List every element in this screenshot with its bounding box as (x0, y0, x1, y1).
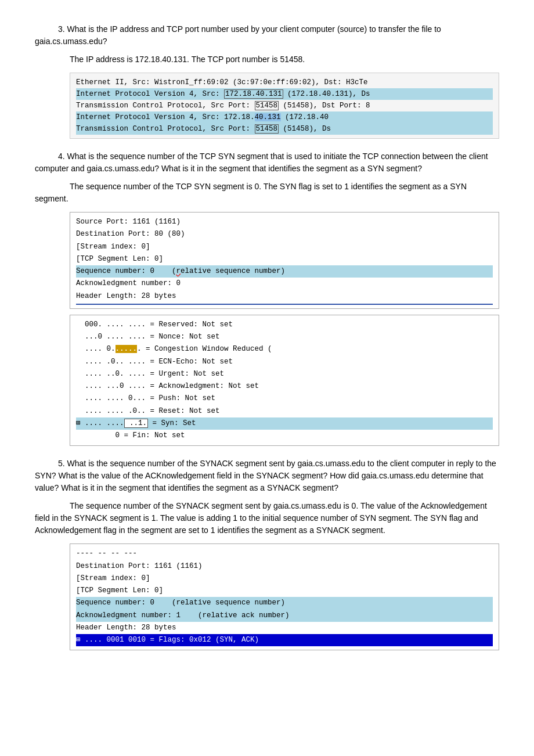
section-q5: 5. What is the sequence number of the SY… (35, 458, 499, 650)
code-block-3: Ethernet II, Src: WistronI_ff:69:02 (3c:… (70, 73, 499, 139)
tcp-flags-block: 000. .... .... = Reserved: Not set ...0 … (70, 315, 499, 447)
answer-3: The IP address is 172.18.40.131. The TCP… (35, 53, 499, 66)
question-3: 3. What is the IP address and TCP port n… (35, 23, 499, 48)
question-5: 5. What is the sequence number of the SY… (35, 458, 499, 494)
question-4: 4. What is the sequence number of the TC… (35, 150, 499, 175)
answer-4: The sequence number of the TCP SYN segme… (35, 181, 499, 205)
synack-block: ---- -- -- ---Destination Port: 1161 (11… (70, 543, 499, 650)
tcp-header-block: Source Port: 1161 (1161)Destination Port… (70, 212, 499, 309)
answer-5: The sequence number of the SYNACK segmen… (35, 500, 499, 537)
section-q3: 3. What is the IP address and TCP port n… (35, 23, 499, 139)
page-content: 3. What is the IP address and TCP port n… (35, 23, 499, 650)
section-q4: 4. What is the sequence number of the TC… (35, 150, 499, 446)
